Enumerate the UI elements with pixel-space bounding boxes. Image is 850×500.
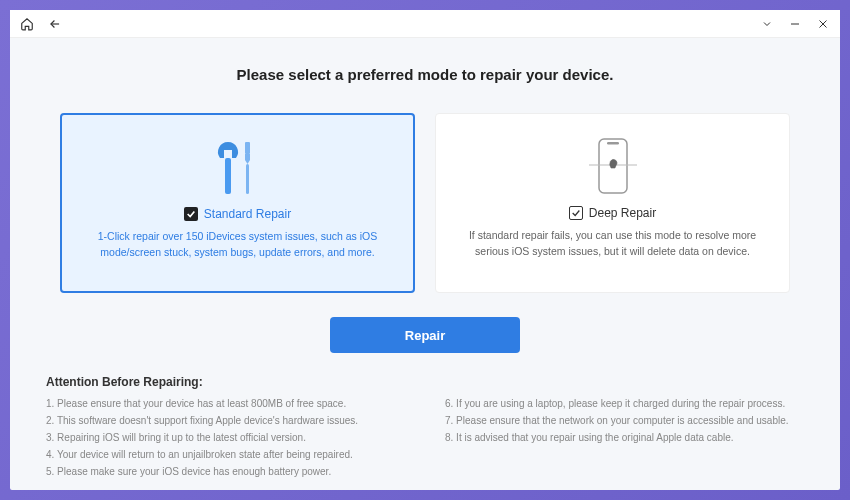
deep-repair-title: Deep Repair <box>589 206 656 220</box>
main-content: Please select a preferred mode to repair… <box>10 38 840 490</box>
checkbox-outline-icon <box>569 206 583 220</box>
mode-cards: Standard Repair 1-Click repair over 150 … <box>46 113 804 293</box>
list-item: 1. Please ensure that your device has at… <box>46 395 405 412</box>
checkbox-checked-icon <box>184 207 198 221</box>
list-item: 5. Please make sure your iOS device has … <box>46 463 405 480</box>
list-item: 4. Your device will return to an unjailb… <box>46 446 405 463</box>
list-item: 3. Repairing iOS will bring it up to the… <box>46 429 405 446</box>
deep-repair-card[interactable]: Deep Repair If standard repair fails, yo… <box>435 113 790 293</box>
deep-repair-desc: If standard repair fails, you can use th… <box>463 228 763 260</box>
attention-list: 1. Please ensure that your device has at… <box>46 395 804 480</box>
standard-repair-desc: 1-Click repair over 150 iDevices system … <box>88 229 388 261</box>
svg-rect-8 <box>607 142 619 145</box>
repair-button[interactable]: Repair <box>330 317 520 353</box>
list-item: 8. It is advised that you repair using t… <box>445 429 804 446</box>
list-item: 6. If you are using a laptop, please kee… <box>445 395 804 412</box>
close-icon[interactable] <box>816 17 830 31</box>
standard-repair-title: Standard Repair <box>204 207 291 221</box>
svg-rect-3 <box>225 158 231 194</box>
svg-marker-5 <box>245 154 250 164</box>
svg-rect-6 <box>246 164 249 194</box>
phone-icon <box>583 132 643 204</box>
tools-icon <box>210 133 266 205</box>
titlebar <box>10 10 840 38</box>
page-title: Please select a preferred mode to repair… <box>46 66 804 83</box>
svg-rect-4 <box>245 142 250 154</box>
attention-heading: Attention Before Repairing: <box>46 375 804 389</box>
dropdown-icon[interactable] <box>760 17 774 31</box>
list-item: 2. This software doesn't support fixing … <box>46 412 405 429</box>
list-item: 7. Please ensure that the network on you… <box>445 412 804 429</box>
minimize-icon[interactable] <box>788 17 802 31</box>
back-icon[interactable] <box>48 17 62 31</box>
app-window: Please select a preferred mode to repair… <box>10 10 840 490</box>
standard-repair-card[interactable]: Standard Repair 1-Click repair over 150 … <box>60 113 415 293</box>
home-icon[interactable] <box>20 17 34 31</box>
